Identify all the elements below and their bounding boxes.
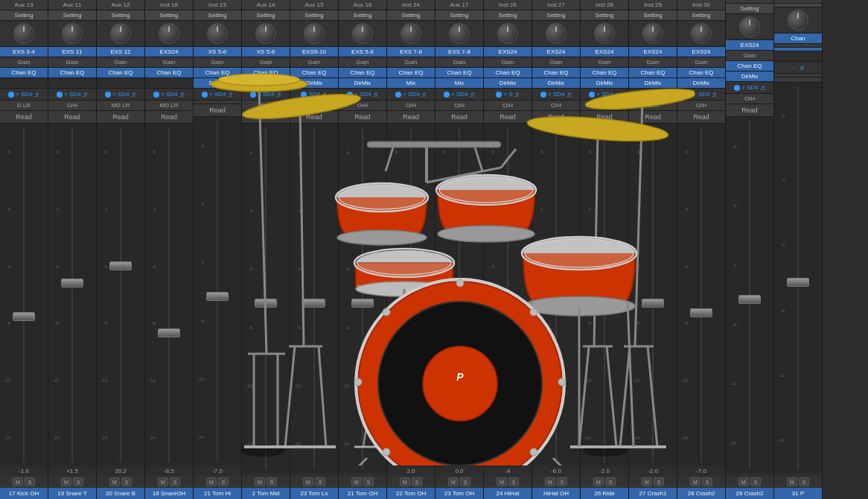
fader-cap-8[interactable] xyxy=(351,299,374,308)
gain-label-15[interactable]: Gain xyxy=(677,57,725,68)
read-label-15[interactable]: Read xyxy=(677,111,725,124)
headphone-icon-10[interactable]: ♬ xyxy=(469,90,475,98)
instrument-label-13[interactable]: EXS24 xyxy=(581,47,628,57)
channel-setting-11[interactable]: Setting xyxy=(484,10,532,21)
gain-label-7[interactable]: Gain xyxy=(290,57,338,68)
mute-btn-10[interactable]: M xyxy=(448,477,459,486)
solo-btn-2[interactable]: S xyxy=(73,477,83,486)
solo-btn-6[interactable]: S xyxy=(267,477,277,486)
read-label-4[interactable]: Read xyxy=(145,111,193,124)
channel-setting-10[interactable]: Setting xyxy=(435,10,483,21)
channel-setting-12[interactable]: Setting xyxy=(532,10,580,21)
solo-btn-14[interactable]: S xyxy=(654,477,664,486)
mute-btn-4[interactable]: M xyxy=(158,477,168,486)
read-label-13[interactable]: Read xyxy=(581,111,628,124)
gain-label-5[interactable]: Gain xyxy=(194,57,241,68)
mute-btn-13[interactable]: M xyxy=(593,477,604,486)
solo-btn-3[interactable]: S xyxy=(121,477,132,486)
headphone-icon-15[interactable]: ♬ xyxy=(711,90,717,98)
channel-knob-8[interactable] xyxy=(352,23,373,44)
chan-eq-4[interactable]: Chan EQ xyxy=(145,68,193,78)
fader-cap-16[interactable] xyxy=(738,295,761,304)
headphone-icon-13[interactable]: ♬ xyxy=(614,90,620,98)
dirmix-8[interactable]: DirMix xyxy=(339,78,386,89)
channel-setting-13[interactable]: Setting xyxy=(581,10,628,21)
headphone-icon-5[interactable]: ♬ xyxy=(227,90,233,98)
read-label-6[interactable]: Read xyxy=(242,111,290,124)
dirmix-14[interactable]: DirMix xyxy=(629,78,677,89)
solo-btn-16[interactable]: S xyxy=(750,477,761,486)
solo-btn-12[interactable]: S xyxy=(557,477,567,486)
solo-btn-11[interactable]: S xyxy=(508,477,519,486)
read-label-17[interactable] xyxy=(774,77,822,83)
mute-btn-12[interactable]: M xyxy=(545,477,555,486)
mute-btn-16[interactable]: M xyxy=(738,477,749,486)
read-label-5[interactable]: Read xyxy=(194,104,241,117)
read-label-10[interactable]: Read xyxy=(435,111,483,124)
fader-cap-12[interactable] xyxy=(545,305,567,314)
channel-knob-7[interactable] xyxy=(304,23,325,44)
channel-setting-5[interactable]: Setting xyxy=(194,10,241,21)
dirmix-13[interactable]: DirMix xyxy=(581,78,628,89)
gain-label-3[interactable]: Gain xyxy=(97,57,144,68)
gain-label-4[interactable]: Gain xyxy=(145,57,193,68)
channel-setting-2[interactable]: Setting xyxy=(48,10,96,21)
instrument-label-14[interactable]: EXS24 xyxy=(629,47,677,57)
headphone-icon-7[interactable]: ♬ xyxy=(322,90,328,98)
channel-knob-14[interactable] xyxy=(642,23,663,44)
dirmix-16[interactable]: DirMix xyxy=(726,71,773,82)
gain-label-12[interactable]: Gain xyxy=(532,57,580,68)
fader-cap-17[interactable] xyxy=(787,278,809,287)
solo-btn-13[interactable]: S xyxy=(605,477,616,486)
instrument-label-15[interactable]: EXS24 xyxy=(677,47,725,57)
solo-btn-9[interactable]: S xyxy=(412,477,422,486)
channel-setting-4[interactable]: Setting xyxy=(145,10,193,21)
mute-btn-15[interactable]: M xyxy=(690,477,701,486)
gain-label-8[interactable]: Gain xyxy=(339,57,386,68)
instrument-label-9[interactable]: EXS 7-8 xyxy=(387,47,435,57)
fader-cap-6[interactable] xyxy=(255,299,277,308)
channel-knob-11[interactable] xyxy=(497,23,518,44)
fader-cap-15[interactable] xyxy=(690,308,712,317)
channel-setting-16[interactable]: Setting xyxy=(726,4,773,14)
channel-knob-3[interactable] xyxy=(110,23,131,44)
channel-knob-15[interactable] xyxy=(691,23,712,44)
instrument-label-7[interactable]: EXS9-10 xyxy=(290,47,338,57)
chan-eq-5[interactable]: Chan EQ xyxy=(194,68,241,78)
headphone-icon-6[interactable]: ♬ xyxy=(275,90,281,98)
chan-eq-8[interactable]: Chan EQ xyxy=(339,68,386,78)
channel-knob-4[interactable] xyxy=(159,23,179,44)
headphone-icon-3[interactable]: ♬ xyxy=(130,90,136,98)
mute-btn-7[interactable]: M xyxy=(303,477,313,486)
chan-eq-15[interactable]: Chan EQ xyxy=(677,68,725,78)
instrument-label-8[interactable]: EXS 5-6 xyxy=(339,47,386,57)
gain-label-13[interactable]: Gain xyxy=(581,57,628,68)
headphone-icon-14[interactable]: ♬ xyxy=(663,90,668,98)
read-label-12[interactable]: Read xyxy=(532,111,580,124)
fader-cap-4[interactable] xyxy=(158,328,180,337)
channel-knob-10[interactable] xyxy=(449,23,470,44)
gain-label-16[interactable]: Gain xyxy=(726,51,773,61)
read-label-2[interactable]: Read xyxy=(48,111,96,124)
channel-knob-12[interactable] xyxy=(546,23,567,44)
fader-cap-10[interactable] xyxy=(448,295,470,304)
solo-btn-8[interactable]: S xyxy=(363,477,374,486)
fader-cap-2[interactable] xyxy=(61,279,83,287)
chan-eq-6[interactable]: Chan EQ xyxy=(242,68,290,78)
channel-knob-9[interactable] xyxy=(401,23,421,44)
mute-btn-6[interactable]: M xyxy=(255,477,265,486)
channel-knob-1[interactable] xyxy=(13,23,34,44)
headphone-icon-8[interactable]: ♬ xyxy=(372,90,378,98)
chan-eq-11[interactable]: Chan EQ xyxy=(484,68,532,78)
channel-setting-14[interactable]: Setting xyxy=(629,10,677,21)
dirmix-7[interactable]: DirMix xyxy=(290,78,338,89)
instrument-label-12[interactable]: EXS24 xyxy=(532,47,580,57)
instrument-label-3[interactable]: EXS 12 xyxy=(97,47,144,57)
mute-btn-9[interactable]: M xyxy=(400,477,410,486)
gain-label-11[interactable]: Gain xyxy=(484,57,532,68)
dirmix-6[interactable]: DirMix xyxy=(242,78,290,89)
channel-setting-3[interactable]: Setting xyxy=(97,10,144,21)
fader-cap-3[interactable] xyxy=(109,261,132,270)
fader-cap-14[interactable] xyxy=(642,299,664,308)
channel-setting-8[interactable]: Setting xyxy=(339,10,386,21)
